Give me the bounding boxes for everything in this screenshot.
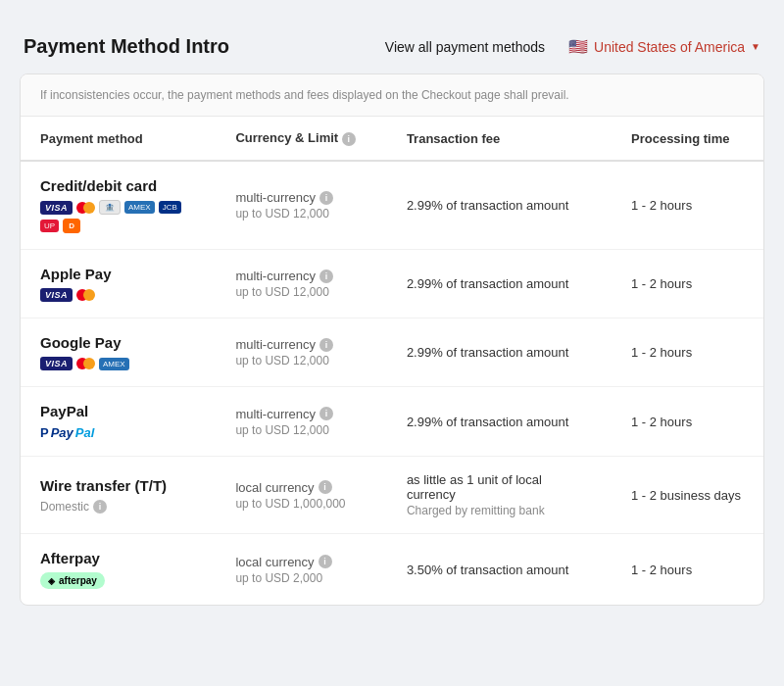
method-name: Apple Pay [40, 266, 196, 282]
cell-fee: as little as 1 unit of local currencyCha… [387, 457, 612, 534]
cell-time: 1 - 2 hours [612, 534, 763, 606]
currency-limit: up to USD 12,000 [235, 423, 367, 437]
pay-from-selector[interactable]: 🇺🇸 United States of America ▼ [568, 37, 760, 56]
disclaimer-text: If inconsistencies occur, the payment me… [21, 74, 763, 117]
chevron-down-icon: ▼ [751, 41, 760, 52]
cell-fee: 2.99% of transaction amount [387, 161, 612, 250]
cell-currency: multi-currency i up to USD 12,000 [216, 161, 386, 250]
fee-sub: Charged by remitting bank [407, 504, 592, 517]
pay-from-country: United States of America [594, 39, 745, 55]
cell-currency: local currency i up to USD 2,000 [216, 534, 386, 606]
main-card: If inconsistencies occur, the payment me… [20, 74, 764, 606]
method-sub: Domestic i [40, 500, 196, 514]
processing-time: 1 - 2 hours [631, 276, 744, 291]
currency-row-info-icon[interactable]: i [318, 480, 332, 494]
currency-label: multi-currency i [235, 269, 367, 283]
paypal-logo: P PayPal [40, 425, 94, 440]
cell-fee: 2.99% of transaction amount [387, 318, 612, 387]
col-header-currency: Currency & Limit i [216, 117, 386, 161]
method-name: PayPal [40, 403, 196, 419]
method-name: Afterpay [40, 550, 196, 566]
view-all-link[interactable]: View all payment methods [385, 39, 545, 55]
processing-time: 1 - 2 hours [631, 198, 744, 213]
cell-fee: 3.50% of transaction amount [387, 534, 612, 606]
fee-amount: 2.99% of transaction amount [407, 415, 592, 429]
currency-label: multi-currency i [235, 337, 367, 352]
col-header-time: Processing time [612, 117, 763, 161]
currency-limit: up to USD 1,000,000 [235, 497, 367, 511]
cell-method: Credit/debit cardVISA🏦AMEXJCBUPD [21, 161, 216, 250]
cell-method: Apple PayVISA [21, 250, 216, 318]
visa-logo: VISA [40, 201, 73, 215]
processing-time: 1 - 2 hours [631, 345, 744, 360]
cell-method: Google PayVISAAMEX [21, 318, 216, 387]
currency-limit: up to USD 12,000 [235, 285, 367, 299]
currency-row-info-icon[interactable]: i [319, 407, 333, 420]
method-name: Credit/debit card [40, 177, 196, 194]
header-actions: View all payment methods 🇺🇸 United State… [385, 37, 760, 56]
unionpay-logo: UP [40, 220, 59, 232]
col-header-method: Payment method [21, 117, 216, 161]
currency-label: local currency i [235, 555, 367, 569]
cell-time: 1 - 2 hours [612, 387, 763, 457]
cell-time: 1 - 2 business days [612, 457, 763, 534]
currency-row-info-icon[interactable]: i [319, 338, 333, 352]
col-header-fee: Transaction fee [387, 117, 612, 161]
currency-label: local currency i [235, 480, 367, 495]
currency-info-icon[interactable]: i [342, 132, 356, 146]
table-row: Credit/debit cardVISA🏦AMEXJCBUPD multi-c… [21, 161, 763, 250]
cell-time: 1 - 2 hours [612, 318, 763, 387]
mastercard-logo [76, 358, 95, 369]
jcb-logo: JCB [159, 201, 181, 214]
mastercard-logo [76, 202, 95, 214]
currency-label: multi-currency i [235, 190, 367, 205]
amex-logo: AMEX [124, 201, 155, 214]
method-name: Google Pay [40, 334, 196, 351]
table-row: Wire transfer (T/T) Domestic i local cur… [21, 457, 763, 534]
cell-method: PayPal P PayPal [21, 387, 216, 457]
processing-time: 1 - 2 hours [631, 415, 744, 429]
currency-limit: up to USD 2,000 [235, 571, 367, 585]
table-row: PayPal P PayPal multi-currency i up to U… [21, 387, 763, 457]
visa-logo: VISA [40, 288, 73, 302]
currency-row-info-icon[interactable]: i [319, 270, 333, 283]
afterpay-badge: ◈ afterpay [40, 572, 105, 589]
method-name: Wire transfer (T/T) [40, 477, 196, 494]
fee-amount: 2.99% of transaction amount [407, 345, 592, 360]
currency-label: multi-currency i [235, 407, 367, 421]
fee-amount: as little as 1 unit of local currency [407, 472, 592, 502]
domestic-info-icon[interactable]: i [93, 500, 107, 514]
amex2-logo: AMEX [99, 358, 129, 370]
page-title: Payment Method Intro [24, 35, 229, 58]
mastercard-logo [76, 289, 95, 301]
payment-methods-table: Payment method Currency & Limit i Transa… [21, 117, 763, 605]
cell-currency: multi-currency i up to USD 12,000 [216, 318, 386, 387]
cell-currency: multi-currency i up to USD 12,000 [216, 387, 386, 457]
bank-card-logo: 🏦 [99, 200, 121, 215]
cell-fee: 2.99% of transaction amount [387, 250, 612, 318]
processing-time: 1 - 2 hours [631, 563, 744, 577]
discover-logo: D [63, 219, 80, 233]
fee-amount: 2.99% of transaction amount [407, 198, 592, 213]
currency-row-info-icon[interactable]: i [318, 555, 332, 568]
fee-amount: 2.99% of transaction amount [407, 276, 592, 291]
visa-logo: VISA [40, 357, 73, 370]
cell-time: 1 - 2 hours [612, 250, 763, 318]
processing-time: 1 - 2 business days [631, 488, 744, 503]
cell-currency: local currency i up to USD 1,000,000 [216, 457, 386, 534]
fee-amount: 3.50% of transaction amount [407, 563, 592, 577]
cell-currency: multi-currency i up to USD 12,000 [216, 250, 386, 318]
page-header: Payment Method Intro View all payment me… [20, 20, 764, 74]
table-header-row: Payment method Currency & Limit i Transa… [21, 117, 763, 161]
currency-limit: up to USD 12,000 [235, 207, 367, 220]
table-row: Afterpay ◈ afterpay local currency i up … [21, 534, 763, 606]
currency-row-info-icon[interactable]: i [319, 191, 333, 205]
cell-method: Afterpay ◈ afterpay [21, 534, 216, 606]
table-row: Google PayVISAAMEX multi-currency i up t… [21, 318, 763, 387]
cell-method: Wire transfer (T/T) Domestic i [21, 457, 216, 534]
table-row: Apple PayVISA multi-currency i up to USD… [21, 250, 763, 318]
cell-time: 1 - 2 hours [612, 161, 763, 250]
us-flag-icon: 🇺🇸 [568, 37, 588, 56]
cell-fee: 2.99% of transaction amount [387, 387, 612, 457]
currency-limit: up to USD 12,000 [235, 354, 367, 368]
